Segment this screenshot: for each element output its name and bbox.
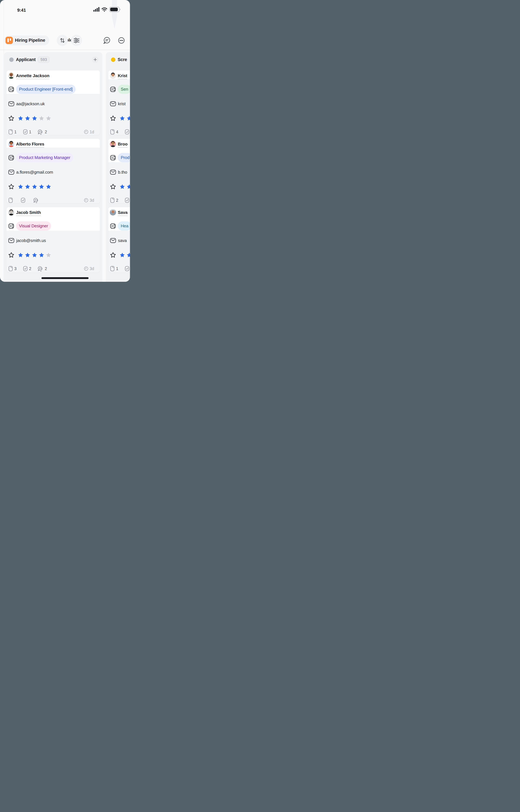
rating-field[interactable] — [8, 183, 98, 190]
email-field[interactable]: a.flores@gmail.com — [8, 168, 98, 176]
mail-icon — [8, 101, 14, 106]
card-footer: 3 2 2 3d — [8, 265, 98, 272]
candidate-card[interactable]: Jacob Smith Visual Designer jacob@smith.… — [6, 207, 100, 273]
star-rating — [119, 252, 130, 258]
email-field[interactable]: krist — [110, 100, 130, 108]
tasks-count: 2 — [23, 266, 31, 271]
star-rating — [18, 252, 52, 258]
rating-field[interactable] — [110, 251, 130, 258]
tasks-count — [125, 266, 130, 271]
mail-icon — [8, 170, 14, 175]
ellipsis-circle-icon[interactable] — [118, 37, 125, 44]
comments-count: 2 — [38, 266, 47, 271]
candidate-name-link[interactable]: Annette Jackson — [16, 74, 49, 79]
candidate-card[interactable]: Annette Jackson Product Engineer [Front-… — [6, 70, 100, 135]
avatar — [8, 141, 14, 147]
docs-count: 3 — [8, 266, 17, 271]
mail-icon — [110, 238, 116, 243]
star-outline-icon — [8, 115, 15, 121]
email-value: a.flores@gmail.com — [16, 170, 53, 175]
clock-time: 9:41 — [17, 8, 26, 13]
checkbox-icon — [125, 197, 129, 203]
checkbox-icon — [125, 129, 129, 135]
tasks-count — [125, 129, 130, 135]
docs-count — [8, 197, 14, 203]
comments-icon — [38, 266, 43, 271]
email-value: b.tho — [118, 170, 127, 175]
updated-time: 3d — [84, 198, 94, 203]
updated-time: 3d — [84, 266, 94, 271]
candidate-name-link[interactable]: Sava — [118, 210, 128, 216]
kanban-board-icon — [5, 37, 13, 44]
kanban-board[interactable]: Applicant 593 Annette Jackson — [0, 52, 130, 282]
candidate-name-link[interactable]: Krist — [118, 74, 127, 79]
star-outline-icon — [110, 184, 116, 190]
candidate-card[interactable]: Alberto Flores Product Marketing Manager… — [6, 139, 100, 203]
column-title: Scre — [118, 57, 127, 62]
file-icon — [110, 266, 114, 271]
role-field[interactable]: Sen — [110, 85, 130, 94]
column-header: Scre — [108, 56, 130, 63]
card-footer: 4 — [110, 129, 130, 135]
role-badge: Prod — [118, 153, 130, 162]
email-value: aa@jackson.uk — [16, 101, 45, 106]
status-bar: 9:41 — [0, 0, 130, 16]
avatar — [110, 73, 116, 79]
star-rating — [18, 115, 52, 121]
mail-icon — [110, 170, 116, 175]
navigation-header: People — [0, 16, 130, 34]
status-dot — [9, 57, 14, 62]
candidate-name-link[interactable]: Broo — [118, 142, 128, 148]
candidate-card[interactable]: Sava Hea sava — [108, 207, 130, 273]
role-badge: Visual Designer — [16, 221, 51, 231]
star-outline-icon — [110, 115, 116, 121]
star-outline-icon — [8, 252, 15, 258]
sort-button[interactable] — [57, 35, 68, 46]
star-rating — [18, 184, 52, 190]
card-footer: 2 — [110, 197, 130, 203]
add-card-button[interactable] — [92, 56, 99, 63]
email-field[interactable]: jacob@smith.us — [8, 237, 98, 244]
role-field[interactable]: Visual Designer — [8, 221, 98, 231]
rating-field[interactable] — [110, 115, 130, 122]
avatar — [8, 209, 14, 216]
chat-bubble-icon[interactable] — [103, 37, 111, 44]
role-badge: Hea — [118, 221, 130, 231]
role-badge: Product Marketing Manager — [16, 153, 73, 162]
filter-button[interactable] — [71, 35, 82, 46]
role-field[interactable]: Hea — [110, 221, 130, 231]
role-field[interactable]: Product Marketing Manager — [8, 153, 98, 162]
board-name: Hiring Pipeline — [15, 38, 45, 43]
home-indicator[interactable] — [42, 277, 88, 279]
toolbar-divider — [0, 50, 130, 50]
role-field[interactable]: Prod — [110, 153, 130, 162]
email-field[interactable]: b.tho — [110, 168, 130, 176]
avatar — [110, 141, 116, 147]
star-rating — [119, 115, 130, 121]
candidate-card[interactable]: Krist Sen krist — [108, 70, 130, 135]
role-field[interactable]: Product Engineer [Front-end] — [8, 85, 98, 94]
sort-arrows-icon — [60, 37, 65, 44]
file-icon — [110, 129, 114, 135]
board-selector-chip[interactable]: Hiring Pipeline — [4, 35, 49, 45]
email-field[interactable]: aa@jackson.uk — [8, 100, 98, 108]
rating-field[interactable] — [8, 115, 98, 122]
clock-icon — [84, 266, 88, 271]
rating-field[interactable] — [110, 183, 130, 190]
sliders-icon — [74, 38, 79, 43]
rating-field[interactable] — [8, 251, 98, 258]
status-dot — [111, 57, 115, 62]
checkbox-icon — [21, 197, 25, 203]
email-field[interactable]: sava — [110, 237, 130, 244]
candidate-name-link[interactable]: Alberto Flores — [16, 142, 44, 148]
docs-count: 1 — [8, 129, 17, 135]
email-value: krist — [118, 101, 126, 106]
column-title: Applicant — [16, 57, 35, 62]
card-footer: 1 1 2 1d — [8, 129, 98, 135]
docs-count: 1 — [110, 266, 118, 271]
candidate-name-link[interactable]: Jacob Smith — [16, 210, 41, 216]
comments-count — [33, 198, 40, 203]
email-value: jacob@smith.us — [16, 238, 46, 243]
candidate-card[interactable]: Broo Prod b.tho — [108, 139, 130, 203]
comments-icon — [33, 198, 39, 203]
